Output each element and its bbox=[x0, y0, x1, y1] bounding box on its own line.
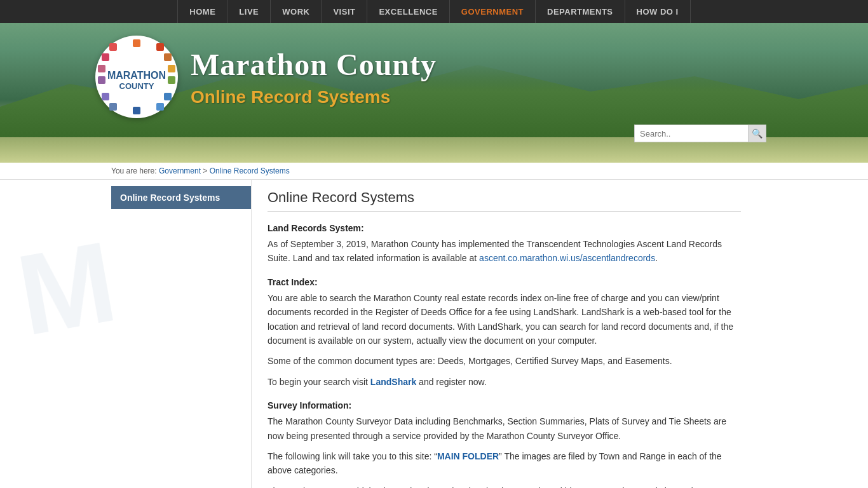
logo-text: MARATHON COUNTY bbox=[107, 69, 166, 92]
heading-survey: Survey Information: bbox=[268, 400, 741, 410]
logo-dot-10 bbox=[102, 93, 109, 100]
sidebar-item-online-records[interactable]: Online Record Systems bbox=[111, 186, 251, 209]
para-survey-1: The Marathon County Surveyor Data includ… bbox=[268, 414, 741, 443]
logo-dot-7 bbox=[156, 103, 164, 111]
para-land-records: As of September 3, 2019, Marathon County… bbox=[268, 237, 741, 266]
nav-government[interactable]: GOVERNMENT bbox=[450, 0, 536, 23]
main-area: Online Record Systems Online Record Syst… bbox=[0, 180, 868, 488]
breadcrumb-separator: > bbox=[203, 166, 209, 175]
header-title-area: Marathon County Online Record Systems bbox=[191, 47, 437, 107]
logo-dot-6 bbox=[164, 93, 172, 100]
breadcrumb: You are here: Government > Online Record… bbox=[0, 163, 868, 180]
nav-how-do-i[interactable]: HOW DO I bbox=[625, 0, 691, 23]
logo-dot-5 bbox=[168, 76, 175, 84]
logo-dot-3 bbox=[164, 53, 172, 61]
heading-land-records: Land Records System: bbox=[268, 223, 741, 233]
nav-visit[interactable]: VISIT bbox=[322, 0, 367, 23]
search-button[interactable]: 🔍 bbox=[749, 125, 766, 142]
logo-dot-4 bbox=[168, 65, 175, 72]
content-area: Online Record Systems Land Records Syste… bbox=[251, 180, 757, 488]
content-title: Online Record Systems bbox=[268, 189, 741, 212]
page-subtitle: Online Record Systems bbox=[191, 87, 437, 107]
para-tract-index-3: To begin your search visit LandShark and… bbox=[268, 375, 741, 389]
search-box-area: 🔍 bbox=[634, 125, 766, 142]
top-navigation: HOME LIVE WORK VISIT EXCELLENCE GOVERNME… bbox=[0, 0, 868, 23]
logo-dot-12 bbox=[98, 65, 105, 72]
search-input[interactable] bbox=[634, 125, 749, 142]
breadcrumb-label: You are here: bbox=[111, 166, 157, 175]
para-tract-index-2: Some of the common document types are: D… bbox=[268, 354, 741, 368]
nav-live[interactable]: LIVE bbox=[227, 0, 271, 23]
logo-dot-9 bbox=[109, 103, 117, 111]
logo-dot-14 bbox=[109, 43, 117, 51]
logo-dot-13 bbox=[102, 53, 109, 61]
sidebar: Online Record Systems bbox=[111, 180, 251, 488]
nav-home[interactable]: HOME bbox=[177, 0, 227, 23]
nav-work[interactable]: WORK bbox=[271, 0, 322, 23]
logo-dot-8 bbox=[133, 107, 140, 114]
para-survey-3: The Section Corner Grid that is used to … bbox=[268, 484, 741, 488]
logo-circle: MARATHON COUNTY bbox=[95, 36, 178, 118]
heading-tract-index: Tract Index: bbox=[268, 277, 741, 287]
link-main-folder[interactable]: MAIN FOLDER bbox=[437, 451, 499, 461]
link-landshark[interactable]: LandShark bbox=[370, 377, 416, 387]
nav-departments[interactable]: DEPARTMENTS bbox=[536, 0, 625, 23]
logo-dot-11 bbox=[98, 76, 105, 84]
para-tract-index-1: You are able to search the Marathon Coun… bbox=[268, 291, 741, 348]
breadcrumb-online-records[interactable]: Online Record Systems bbox=[210, 166, 290, 175]
link-ascent[interactable]: ascent.co.marathon.wi.us/ascentlandrecor… bbox=[479, 253, 655, 263]
para-survey-2: The following link will take you to this… bbox=[268, 449, 741, 478]
nav-excellence[interactable]: EXCELLENCE bbox=[367, 0, 449, 23]
logo-dot-1 bbox=[133, 39, 140, 47]
header-banner: MARATHON COUNTY Marathon County Online R… bbox=[0, 23, 868, 163]
header-logo-area: MARATHON COUNTY Marathon County Online R… bbox=[95, 36, 437, 118]
county-title: Marathon County bbox=[191, 47, 437, 82]
breadcrumb-government[interactable]: Government bbox=[159, 166, 201, 175]
logo-dot-2 bbox=[156, 43, 164, 51]
